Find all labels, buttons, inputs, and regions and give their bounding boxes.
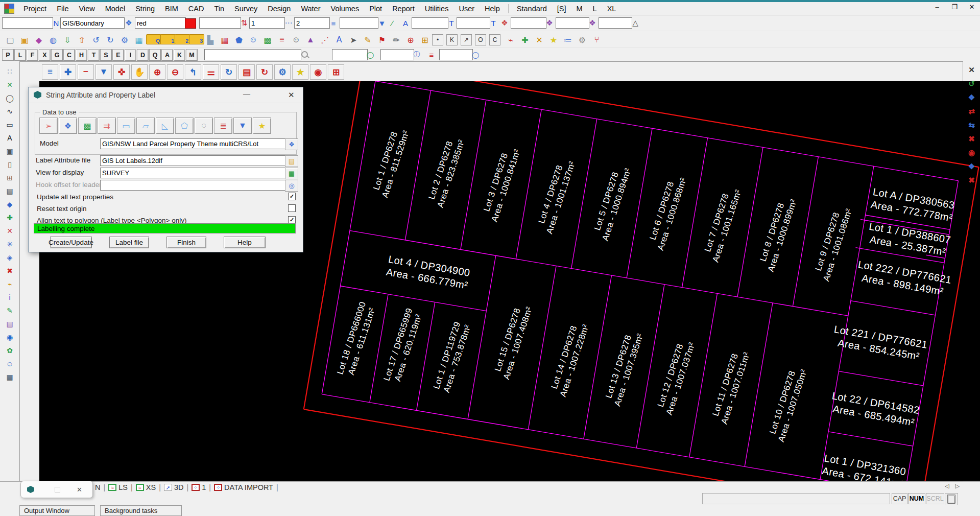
restore-icon[interactable]: ❐ <box>949 3 960 11</box>
coord-z-input[interactable] <box>439 49 473 60</box>
view-tab-1[interactable]: ⁘1 <box>192 483 206 491</box>
hierarchy-icon[interactable]: ▙ <box>203 33 218 47</box>
red-bars-icon[interactable]: ≡ <box>427 49 436 60</box>
data-favourite-icon[interactable]: ★ <box>253 118 271 134</box>
checkbox-0[interactable]: ✓ <box>288 193 296 200</box>
menu-report[interactable]: Report <box>387 3 420 14</box>
menu-cad[interactable]: CAD <box>183 3 209 14</box>
style-icon[interactable]: ▲ <box>303 33 318 47</box>
exchange-icon[interactable]: ⇆ <box>966 120 978 131</box>
snap-toggle-i[interactable]: I <box>125 49 136 61</box>
measure-icon[interactable]: ⌁ <box>4 278 16 290</box>
coord-x-input[interactable] <box>332 49 368 60</box>
undo-view-icon[interactable]: ↺ <box>966 78 978 89</box>
search-input[interactable] <box>204 49 301 60</box>
menu-tin[interactable]: Tin <box>209 3 229 14</box>
view-tab-data-import[interactable]: ⁘DATA IMPORT <box>214 483 273 491</box>
minimized-panel[interactable]: ✕ <box>20 481 93 498</box>
import-icon[interactable]: ⇩ <box>60 33 75 47</box>
wave-icon[interactable]: ∿ <box>4 105 16 117</box>
menu-s[interactable]: [S] <box>552 3 571 14</box>
search-icon[interactable] <box>301 51 308 58</box>
add-view-icon[interactable]: ✚ <box>60 64 76 80</box>
table-icon[interactable]: ▦ <box>4 371 16 383</box>
justify-icon[interactable]: ≡ <box>328 17 339 29</box>
layers-icon[interactable]: ❖ <box>966 92 978 103</box>
plant-icon[interactable]: ✿ <box>4 344 16 356</box>
rect-icon[interactable]: ▭ <box>4 119 16 130</box>
image-icon[interactable]: ▩ <box>260 33 275 47</box>
snap-toggle-k[interactable]: K <box>174 49 185 61</box>
snap-k-icon[interactable]: K <box>446 34 458 45</box>
view-menu-icon[interactable]: ≡ <box>42 64 58 80</box>
snap-toggle-p[interactable]: P <box>2 49 14 61</box>
view-tab-3d[interactable]: ➚3D <box>164 483 184 491</box>
minimize-icon[interactable]: – <box>932 3 942 11</box>
list-icon[interactable]: ≔ <box>561 33 575 47</box>
locate-icon[interactable]: ◉ <box>310 64 326 80</box>
edit-icon[interactable]: ✎ <box>4 304 16 316</box>
data-image-icon[interactable]: ▩ <box>78 118 97 134</box>
weight-icon[interactable]: ⋯ <box>283 17 294 29</box>
folder-3-icon[interactable]: 3 <box>189 34 204 44</box>
close-view-icon[interactable]: ✕ <box>966 64 978 76</box>
cut-icon[interactable]: ✕ <box>532 33 546 47</box>
cad-weight-combo[interactable] <box>294 17 330 29</box>
label-file-button[interactable]: Label file <box>109 237 149 248</box>
background-tasks-button[interactable]: Background tasks <box>100 505 182 516</box>
cad-z-combo[interactable] <box>249 17 285 29</box>
data-picker-arrow-icon[interactable]: ➢ <box>39 118 58 134</box>
symbol-combo[interactable] <box>511 17 546 29</box>
display-icon[interactable]: ▦ <box>132 33 146 47</box>
snap-toggle-f[interactable]: F <box>27 49 38 61</box>
model-choice-icon[interactable]: ❖ <box>285 138 298 150</box>
output-window-button[interactable]: Output Window <box>19 505 95 516</box>
info-icon[interactable]: ⓘ <box>412 49 421 60</box>
coord-y-input[interactable] <box>380 49 414 60</box>
hatch-combo[interactable] <box>599 17 632 29</box>
pen-icon[interactable]: ∕ <box>387 17 397 29</box>
cursor-icon[interactable]: ➤ <box>346 33 361 47</box>
pin-icon[interactable]: ◉ <box>966 147 978 158</box>
circle-icon[interactable]: ◯ <box>471 49 480 60</box>
shade-icon[interactable]: ⚌ <box>203 64 219 80</box>
pan-hand-icon[interactable]: ✋ <box>131 64 148 80</box>
help-button[interactable]: Help <box>224 237 266 248</box>
menu-survey[interactable]: Survey <box>229 3 262 14</box>
dropdown-icon[interactable]: ▼ <box>377 17 387 29</box>
delete-icon[interactable]: ✖ <box>966 133 978 145</box>
menu-help[interactable]: Help <box>480 3 505 14</box>
data-parallelogram-icon[interactable]: ▱ <box>136 118 155 134</box>
annotate-icon[interactable]: ✏ <box>389 33 403 47</box>
data-strings-icon[interactable]: ⇉ <box>98 118 116 134</box>
triangle-icon[interactable]: △ <box>630 17 640 29</box>
snap-arc-icon[interactable]: C <box>489 34 500 45</box>
previous-view-icon[interactable]: ↰ <box>185 64 201 80</box>
user-icon[interactable]: ☺ <box>4 358 16 369</box>
tools-icon[interactable]: ⚙ <box>575 33 589 47</box>
snap-icon[interactable]: ✳ <box>4 238 16 250</box>
create-update-button[interactable]: Create/Update <box>50 237 92 248</box>
tag-icon[interactable]: ⬟ <box>232 33 246 47</box>
cad-colour-combo[interactable] <box>135 17 186 29</box>
locate-icon[interactable]: ⊕ <box>403 33 418 47</box>
edit-icon[interactable]: ✎ <box>361 33 375 47</box>
menu-volumes[interactable]: Volumes <box>326 3 365 14</box>
text-height-combo[interactable] <box>457 17 490 29</box>
snap-toggle-s[interactable]: S <box>100 49 112 61</box>
remove-icon[interactable]: ✖ <box>4 265 16 276</box>
name-icon[interactable]: N <box>51 17 61 29</box>
branch-icon[interactable]: ⑂ <box>589 33 604 47</box>
calendar-icon[interactable]: ▦ <box>218 33 232 47</box>
menu-plot[interactable]: Plot <box>364 3 387 14</box>
close-icon[interactable]: ✕ <box>288 90 295 100</box>
menu-m[interactable]: M <box>571 3 587 14</box>
restore-icon[interactable] <box>55 487 60 492</box>
grid-toggle-icon[interactable]: ⊞ <box>328 64 344 80</box>
redo-icon[interactable]: ↻ <box>103 33 117 47</box>
flag-icon[interactable]: ⚑ <box>375 33 389 47</box>
data-lasso-icon[interactable]: ◌ <box>195 118 213 134</box>
target-choice-icon[interactable]: ◎ <box>285 180 298 192</box>
refresh-icon[interactable]: ↻ <box>221 64 237 80</box>
snap-line-icon[interactable]: ↗ <box>461 34 472 45</box>
